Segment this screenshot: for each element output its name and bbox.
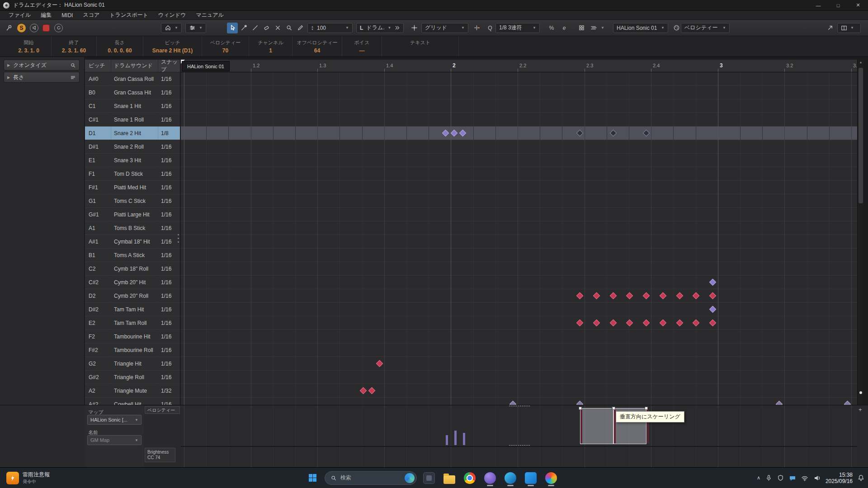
infoline-field[interactable]: テキスト bbox=[382, 36, 459, 56]
event-colors-button[interactable] bbox=[671, 23, 682, 33]
open-in-window-button[interactable] bbox=[825, 23, 835, 33]
vertical-scrollbar[interactable]: ▲ bbox=[857, 60, 863, 405]
preset-dropdown[interactable]: ▼ bbox=[161, 23, 182, 33]
drum-row[interactable]: B1Toms A Stick1/16 bbox=[85, 249, 180, 262]
drum-row[interactable]: D#2Tam Tam Hit1/16 bbox=[85, 303, 180, 316]
acoustic-feedback-button[interactable] bbox=[30, 23, 38, 32]
velocity-bar[interactable] bbox=[454, 431, 457, 445]
velocity-selection-box[interactable] bbox=[580, 408, 613, 444]
taskbar-app-code[interactable] bbox=[524, 469, 538, 487]
drum-row[interactable]: C1Snare 1 Hit1/16 bbox=[85, 99, 180, 113]
scale-handle[interactable] bbox=[645, 407, 648, 410]
drum-row[interactable]: G1Toms C Stick1/16 bbox=[85, 194, 180, 208]
drum-row[interactable]: D#1Snare 2 Roll1/16 bbox=[85, 140, 180, 154]
drum-row[interactable]: A#2Cowbell Hit1/16 bbox=[85, 398, 180, 405]
drum-row[interactable]: F1Tom D Stick1/16 bbox=[85, 167, 180, 181]
visibility-agent-dropdown[interactable]: ▼ bbox=[185, 23, 206, 33]
autoscroll-button[interactable] bbox=[409, 23, 420, 33]
drum-row[interactable]: G2Triangle Hit1/16 bbox=[85, 357, 180, 371]
iq-button[interactable]: Q bbox=[485, 23, 495, 33]
column-drum-sound[interactable]: ドラムサウンド bbox=[111, 60, 158, 72]
drumstick-tool-button[interactable] bbox=[238, 23, 249, 33]
drum-row[interactable]: F#1Piatti Med Hit1/16 bbox=[85, 181, 180, 194]
close-button[interactable]: ✕ bbox=[848, 0, 868, 10]
quantize-strength-button[interactable]: % bbox=[546, 23, 557, 33]
snap-button[interactable] bbox=[471, 23, 482, 33]
zoom-dot[interactable] bbox=[859, 391, 862, 394]
drum-row[interactable]: A#1Cymbal 18" Hit1/16 bbox=[85, 235, 180, 249]
scale-handle[interactable] bbox=[579, 407, 582, 410]
taskbar-app-purple[interactable] bbox=[483, 469, 497, 487]
part-selector-dropdown[interactable]: HALion Sonic 01 ▼ bbox=[613, 23, 668, 33]
menu-item[interactable]: MIDI bbox=[57, 11, 78, 19]
part-label[interactable]: HALion Sonic 01 bbox=[182, 61, 230, 71]
drum-row[interactable]: D2Cymb 20" Roll1/16 bbox=[85, 289, 180, 303]
line-tool-button[interactable] bbox=[250, 23, 260, 33]
layers-button[interactable] bbox=[588, 23, 599, 33]
column-pitch[interactable]: ピッチ bbox=[85, 60, 111, 72]
menu-item[interactable]: 編集 bbox=[36, 10, 57, 20]
taskbar-weather-widget[interactable]: 雷雨注意報 発令中 bbox=[6, 468, 50, 488]
volume-icon[interactable] bbox=[813, 474, 821, 482]
velocity-lane-label[interactable]: ベロシティー bbox=[145, 406, 180, 414]
start-button[interactable] bbox=[306, 469, 319, 487]
layers-dropdown[interactable]: ▼ bbox=[599, 23, 606, 33]
menu-item[interactable]: ファイル bbox=[4, 10, 36, 20]
velocity-bar[interactable] bbox=[463, 433, 465, 445]
lane-add-button[interactable]: + bbox=[859, 406, 862, 413]
scroll-up-arrow[interactable]: ▲ bbox=[858, 61, 864, 64]
velocity-lane[interactable]: 垂直方向にスケーリング bbox=[181, 405, 857, 468]
panel-splitter[interactable] bbox=[178, 234, 179, 243]
drum-row[interactable]: G#2Triangle Roll1/16 bbox=[85, 371, 180, 384]
drum-row[interactable]: D1Snare 2 Hit1/8 bbox=[85, 127, 180, 140]
drum-row[interactable]: F#2Tambourine Roll1/16 bbox=[85, 343, 180, 357]
chat-icon[interactable] bbox=[789, 474, 796, 482]
menu-item[interactable]: マニュアル bbox=[191, 10, 228, 20]
menu-item[interactable]: トランスポート bbox=[104, 10, 153, 20]
drum-row[interactable]: C#1Snare 1 Roll1/16 bbox=[85, 113, 180, 127]
drum-row[interactable]: A2Triangle Mute1/32 bbox=[85, 384, 180, 398]
microphone-icon[interactable] bbox=[765, 474, 772, 481]
taskbar-app-window[interactable] bbox=[422, 469, 436, 487]
name-dropdown[interactable]: GM Map ▼ bbox=[87, 435, 142, 445]
select-tool-button[interactable] bbox=[227, 23, 238, 33]
infoline-field[interactable]: 終了2. 3. 1. 60 bbox=[52, 36, 97, 56]
length-section-header[interactable]: ▶ 長さ bbox=[4, 72, 80, 83]
erase-tool-button[interactable] bbox=[261, 23, 272, 33]
stepper-arrows-icon[interactable]: ▲▼ bbox=[311, 25, 314, 31]
map-dropdown[interactable]: HALion Sonic [... ▼ bbox=[87, 415, 142, 425]
loop-button[interactable] bbox=[54, 23, 63, 32]
maximize-button[interactable]: □ bbox=[828, 0, 848, 10]
timeline-ruler[interactable]: HALion Sonic 01 1.21.31.422.22.32.433.23… bbox=[181, 60, 857, 72]
cc-lane-label[interactable]: Brightness CC 74 bbox=[145, 448, 175, 462]
scale-handle[interactable] bbox=[612, 407, 615, 410]
infoline-field[interactable]: チャンネル1 bbox=[249, 36, 292, 56]
taskbar-app-folder[interactable] bbox=[443, 469, 456, 487]
zoom-tool-button[interactable] bbox=[283, 23, 294, 33]
minimize-button[interactable]: — bbox=[808, 0, 828, 10]
quantize-dropdown[interactable]: 1/8 3連符 ▼ bbox=[495, 23, 540, 33]
infoline-field[interactable]: ベロシティー70 bbox=[202, 36, 249, 56]
menu-item[interactable]: スコア bbox=[78, 10, 104, 20]
infoline-field[interactable]: オフベロシティー64 bbox=[292, 36, 342, 56]
window-layout-dropdown[interactable]: ▼ bbox=[837, 23, 861, 33]
quantize-section-header[interactable]: ▶ クオンタイズ bbox=[4, 60, 80, 70]
taskbar-app-photos[interactable] bbox=[544, 469, 558, 487]
notification-bell-icon[interactable] bbox=[858, 474, 864, 481]
drum-row[interactable]: E1Snare 3 Hit1/16 bbox=[85, 154, 180, 167]
drum-row[interactable]: F2Tambourine Hit1/16 bbox=[85, 330, 180, 343]
infoline-field[interactable]: ピッチSnare 2 Hit (D1) bbox=[143, 36, 202, 56]
menu-item[interactable]: ウィンドウ bbox=[153, 10, 191, 20]
mute-tool-button[interactable] bbox=[272, 23, 283, 33]
taskbar-search[interactable]: 検索 bbox=[325, 471, 417, 485]
taskbar-app-chrome[interactable] bbox=[463, 469, 476, 487]
grid-type-dropdown[interactable]: グリッド ▼ bbox=[421, 23, 468, 33]
drum-row[interactable]: G#1Piatti Large Hit1/16 bbox=[85, 208, 180, 221]
infoline-field[interactable]: 長さ0. 0. 0. 60 bbox=[97, 36, 143, 56]
solo-button[interactable]: S bbox=[17, 23, 26, 32]
trim-tool-button[interactable] bbox=[295, 23, 306, 33]
drum-row[interactable]: C2Cymb 18" Roll1/16 bbox=[85, 262, 180, 276]
quantize-panel-button[interactable]: e bbox=[559, 23, 570, 33]
taskbar-clock[interactable]: 15:38 2025/09/16 bbox=[826, 472, 853, 484]
shield-icon[interactable] bbox=[777, 474, 784, 481]
